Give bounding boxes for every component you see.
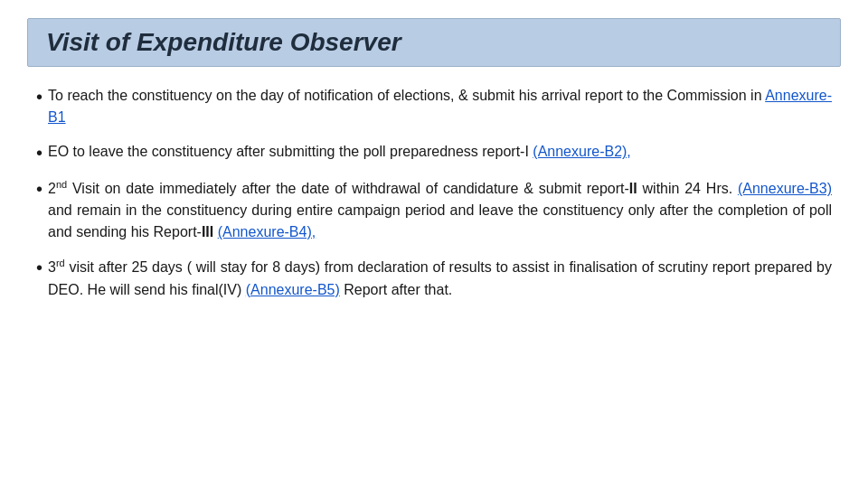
content-area: • To reach the constituency on the day o…	[27, 85, 841, 470]
slide-title: Visit of Expenditure Observer	[46, 28, 401, 56]
bullet-dot-3: •	[36, 177, 42, 201]
bullet-item-1: • To reach the constituency on the day o…	[36, 85, 832, 128]
bullet-item-2: • EO to leave the constituency after sub…	[36, 141, 832, 164]
annexure-b3-link[interactable]: (Annexure-B3)	[738, 181, 832, 196]
bullet-item-3: • 2nd Visit on date immediately after th…	[36, 177, 832, 243]
bullet-text-3: 2nd Visit on date immediately after the …	[48, 177, 832, 243]
bullet-dot-2: •	[36, 141, 42, 164]
bullet-text-4: 3rd visit after 25 days ( will stay for …	[48, 256, 832, 300]
slide-container: Visit of Expenditure Observer • To reach…	[0, 0, 868, 488]
title-bar: Visit of Expenditure Observer	[27, 18, 841, 67]
bullet-item-4: • 3rd visit after 25 days ( will stay fo…	[36, 256, 832, 300]
annexure-b1-link[interactable]: Annexure-B1	[48, 88, 832, 125]
bullet-text-1: To reach the constituency on the day of …	[48, 85, 832, 128]
bullet-text-2: EO to leave the constituency after submi…	[48, 141, 832, 163]
annexure-b4-link[interactable]: (Annexure-B4),	[218, 224, 316, 239]
annexure-b5-link[interactable]: (Annexure-B5)	[246, 282, 340, 297]
bullet-dot-4: •	[36, 256, 42, 279]
bullet-dot-1: •	[36, 85, 42, 108]
annexure-b2-link[interactable]: (Annexure-B2),	[533, 144, 631, 159]
